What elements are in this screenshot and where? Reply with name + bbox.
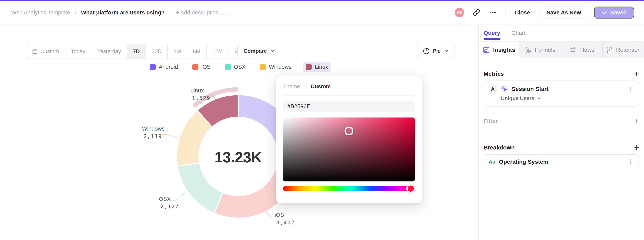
hue-slider[interactable] xyxy=(283,186,415,191)
breakdown-card[interactable]: AaOperating System xyxy=(484,154,639,169)
tab-insights[interactable]: Insights xyxy=(478,42,519,58)
legend-item-linux[interactable]: Linux xyxy=(303,62,331,72)
hue-slider-handle[interactable] xyxy=(406,184,415,193)
saved-label: Saved xyxy=(610,10,627,16)
legend-label: OSX xyxy=(234,64,246,70)
funnels-icon xyxy=(525,46,532,53)
aggregation-select[interactable]: Unique Users xyxy=(501,96,634,102)
page-title[interactable]: What platform are users using? xyxy=(81,10,165,16)
breakdown-name[interactable]: Operating System xyxy=(499,158,624,165)
metric-menu-icon[interactable] xyxy=(628,86,634,92)
callout-label: OSX xyxy=(159,196,179,202)
callout-value: 2,119 xyxy=(142,133,165,139)
string-property-icon: Aa xyxy=(488,159,496,165)
saved-button[interactable]: Saved xyxy=(594,7,634,19)
legend-item-windows[interactable]: Windows xyxy=(257,62,294,72)
sidebar-tab-query[interactable]: Query xyxy=(484,28,500,38)
add-metric-button[interactable]: + xyxy=(634,71,639,77)
metric-series-badge: A xyxy=(488,85,497,93)
gradient-selector-handle[interactable] xyxy=(344,127,353,135)
saturation-gradient-area[interactable] xyxy=(283,117,415,181)
date-range-segmented-control: CustomTodayYesterday7D30D3M6M12MXTD xyxy=(26,44,259,59)
range-option-12m[interactable]: 12M xyxy=(206,44,229,59)
legend-item-ios[interactable]: iOS xyxy=(190,62,213,72)
add-breakdown-button[interactable]: + xyxy=(634,145,639,150)
save-as-new-button[interactable]: Save As New xyxy=(540,7,588,19)
header-actions: VS Close Save As New Saved xyxy=(455,7,644,19)
callout-label: Linux xyxy=(190,87,210,94)
range-option-yesterday[interactable]: Yesterday xyxy=(91,44,127,59)
callout-osx: OSX2,127 xyxy=(159,196,179,209)
sidebar-tab-chart[interactable]: Chart xyxy=(512,28,526,38)
sidebar-tabs: QueryChart xyxy=(484,28,639,38)
legend-swatch xyxy=(225,64,231,70)
flows-icon xyxy=(569,46,576,54)
color-picker-tabs: Theme Custom xyxy=(283,81,415,92)
legend-item-osx[interactable]: OSX xyxy=(222,62,248,72)
check-icon xyxy=(602,10,607,16)
legend-swatch xyxy=(306,64,312,70)
header-divider xyxy=(506,8,506,17)
breakdown-list: AaOperating System xyxy=(484,154,639,169)
more-options-icon[interactable] xyxy=(489,9,497,16)
tab-retention[interactable]: Retention xyxy=(602,42,644,58)
range-option-3m[interactable]: 3M xyxy=(168,44,187,59)
add-filter-button[interactable]: + xyxy=(634,118,639,124)
metric-name[interactable]: Session Start xyxy=(512,86,624,92)
chart-type-label: Pie xyxy=(432,48,441,54)
cursor-click-icon xyxy=(500,85,508,93)
breadcrumb-root[interactable]: Web Analytics Template xyxy=(11,10,70,16)
callout-windows: Windows2,119 xyxy=(142,126,165,139)
legend-swatch xyxy=(260,64,266,70)
add-description-button[interactable]: + Add description...... xyxy=(176,10,228,16)
range-option-custom[interactable]: Custom xyxy=(26,44,65,59)
tab-custom[interactable]: Custom xyxy=(311,83,331,90)
calendar-icon xyxy=(32,49,38,54)
tab-funnels[interactable]: Funnels xyxy=(519,42,561,58)
callout-value: 1,529 xyxy=(190,95,210,101)
chart-type-select[interactable]: Pie xyxy=(417,44,455,58)
pie-slice-windows[interactable] xyxy=(176,110,212,166)
metrics-list: ASession StartUnique Users xyxy=(484,81,639,107)
breakdown-menu-icon[interactable] xyxy=(628,158,634,165)
filter-section-header: Filter + xyxy=(484,118,639,124)
range-option-today[interactable]: Today xyxy=(65,44,91,59)
legend-item-android[interactable]: Android xyxy=(147,62,180,72)
callout-label: iOS xyxy=(275,212,295,218)
breadcrumb-separator: / xyxy=(75,10,76,16)
callout-value: 2,127 xyxy=(159,204,179,209)
legend-swatch xyxy=(192,64,198,70)
legend-label: Android xyxy=(159,64,178,70)
hex-color-input[interactable]: #B2596E xyxy=(283,101,415,112)
close-button[interactable]: Close xyxy=(515,10,530,16)
tab-label: Flows xyxy=(579,47,594,53)
chart-legend: AndroidiOSOSXWindowsLinux xyxy=(0,62,478,72)
share-link-icon[interactable] xyxy=(473,9,480,16)
compare-label: Compare xyxy=(244,48,267,54)
tab-flows[interactable]: Flows xyxy=(561,42,602,58)
breakdown-section-header: Breakdown + xyxy=(484,144,639,151)
aggregation-label: Unique Users xyxy=(501,96,534,102)
metrics-section-header: Metrics + xyxy=(484,71,639,77)
legend-label: Windows xyxy=(269,64,292,70)
pie-slice-osx[interactable] xyxy=(177,163,223,213)
range-option-6m[interactable]: 6M xyxy=(187,44,206,59)
range-option-30d[interactable]: 30D xyxy=(146,44,168,59)
metric-card[interactable]: ASession StartUnique Users xyxy=(484,81,639,107)
callout-label: Windows xyxy=(142,126,165,132)
compare-button[interactable]: Compare xyxy=(237,44,281,58)
breakdown-heading: Breakdown xyxy=(484,144,515,151)
avatar[interactable]: VS xyxy=(455,8,464,17)
legend-label: Linux xyxy=(315,64,328,70)
analysis-type-tabs: InsightsFunnelsFlowsRetention xyxy=(478,41,644,58)
range-option-7d[interactable]: 7D xyxy=(127,44,146,59)
breadcrumb: Web Analytics Template / What platform a… xyxy=(0,10,228,16)
retention-icon xyxy=(606,46,613,53)
tab-theme[interactable]: Theme xyxy=(283,83,300,90)
metrics-heading: Metrics xyxy=(484,71,504,77)
callout-value: 3,402 xyxy=(275,219,295,225)
pie-chart-icon xyxy=(423,48,430,54)
legend-label: iOS xyxy=(201,64,210,70)
chart-total-value: 13.23K xyxy=(214,148,262,166)
tab-label: Insights xyxy=(493,47,515,53)
